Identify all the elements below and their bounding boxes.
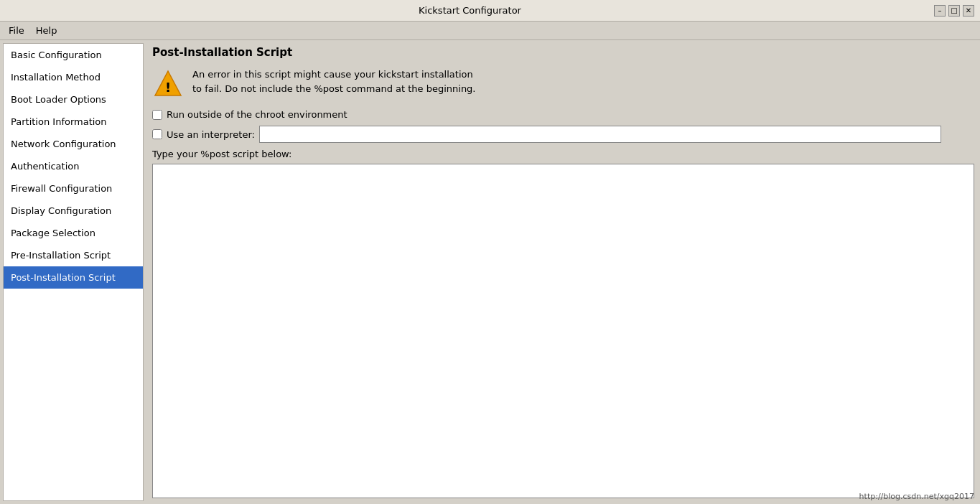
- sidebar-item-network-configuration[interactable]: Network Configuration: [4, 133, 143, 155]
- main-container: Basic Configuration Installation Method …: [0, 40, 980, 504]
- sidebar-item-pre-installation-script[interactable]: Pre-Installation Script: [4, 244, 143, 266]
- script-label: Type your %post script below:: [152, 149, 974, 159]
- maximize-button[interactable]: □: [948, 5, 960, 17]
- warning-box: ! An error in this script might cause yo…: [152, 67, 974, 99]
- content-area: Post-Installation Script ! An error in t…: [146, 40, 980, 504]
- interpreter-checkbox[interactable]: [152, 129, 162, 139]
- sidebar-item-boot-loader-options[interactable]: Boot Loader Options: [4, 88, 143, 111]
- warning-text: An error in this script might cause your…: [192, 67, 476, 95]
- sidebar-item-partition-information[interactable]: Partition Information: [4, 111, 143, 133]
- chroot-checkbox[interactable]: [152, 110, 162, 120]
- sidebar-item-installation-method[interactable]: Installation Method: [4, 66, 143, 88]
- chroot-label: Run outside of the chroot environment: [167, 109, 347, 120]
- sidebar-item-post-installation-script[interactable]: Post-Installation Script: [4, 266, 143, 289]
- menu-bar: File Help: [0, 22, 980, 40]
- interpreter-input[interactable]: [259, 126, 941, 143]
- warning-line2: to fail. Do not include the %post comman…: [192, 83, 476, 94]
- sidebar-item-firewall-configuration[interactable]: Firewall Configuration: [4, 177, 143, 200]
- sidebar-item-display-configuration[interactable]: Display Configuration: [4, 200, 143, 222]
- warning-icon-container: !: [152, 67, 184, 99]
- menu-file[interactable]: File: [3, 24, 30, 37]
- window-title: Kickstart Configurator: [6, 5, 934, 16]
- title-bar: Kickstart Configurator – □ ✕: [0, 0, 980, 22]
- interpreter-checkbox-row: Use an interpreter:: [152, 126, 974, 143]
- interpreter-label: Use an interpreter:: [167, 129, 255, 140]
- section-title: Post-Installation Script: [152, 46, 974, 59]
- warning-line1: An error in this script might cause your…: [192, 69, 473, 80]
- svg-text:!: !: [165, 80, 171, 95]
- window-controls: – □ ✕: [934, 5, 974, 17]
- chroot-checkbox-row: Run outside of the chroot environment: [152, 109, 974, 120]
- sidebar-item-package-selection[interactable]: Package Selection: [4, 222, 143, 244]
- menu-help[interactable]: Help: [30, 24, 63, 37]
- warning-icon: !: [154, 69, 182, 98]
- script-textarea[interactable]: [152, 164, 974, 498]
- sidebar-item-basic-configuration[interactable]: Basic Configuration: [4, 44, 143, 66]
- minimize-button[interactable]: –: [934, 5, 946, 17]
- close-button[interactable]: ✕: [963, 5, 974, 17]
- watermark: http://blog.csdn.net/xgq2017: [859, 492, 974, 501]
- sidebar-item-authentication[interactable]: Authentication: [4, 155, 143, 177]
- sidebar: Basic Configuration Installation Method …: [3, 43, 144, 501]
